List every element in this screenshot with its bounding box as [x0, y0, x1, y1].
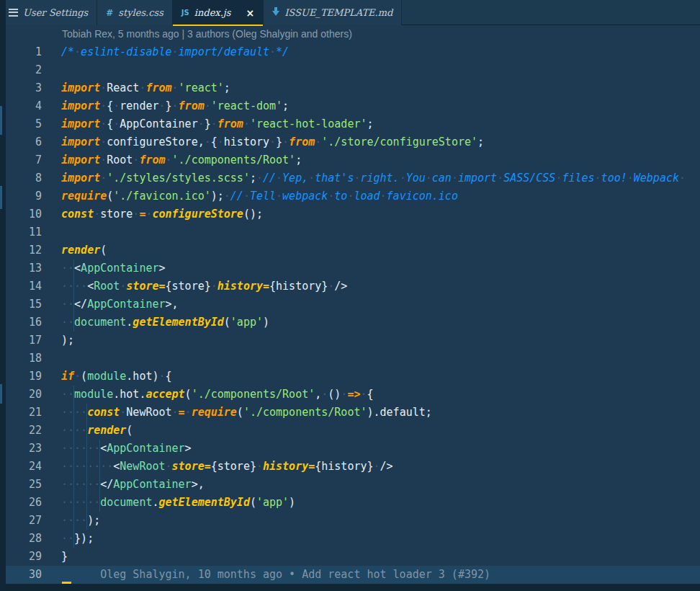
code-line-7[interactable]: 7import·Root·from·'./components/Root'; [6, 151, 700, 169]
line-number: 17 [6, 332, 42, 350]
tab-issue-template-md[interactable]: ISSUE_TEMPLATE.md [264, 0, 402, 25]
code-text: ); [61, 334, 74, 347]
code-text: import·Root·from·'./components/Root'; [61, 154, 302, 166]
line-number: 20 [6, 386, 42, 404]
code-line-4[interactable]: 4import·{·render·}·from·'react-dom'; [6, 97, 700, 115]
code-line-20[interactable]: 20··module.hot.accept('./components/Root… [6, 386, 700, 404]
bottom-strip [0, 584, 700, 591]
left-strip-mark [0, 384, 2, 404]
code-line-18[interactable]: 18 [6, 350, 700, 368]
line-number: 25 [6, 476, 42, 494]
markdown-arrow-icon [272, 11, 279, 19]
tab-bar: User Settings # styles.css JS index.js ×… [0, 0, 700, 25]
code-text: ··<AppContainer> [61, 262, 166, 275]
left-edge-strip [0, 0, 6, 591]
line-number: 23 [6, 440, 42, 458]
code-line-25[interactable]: 25······</AppContainer>, [6, 476, 700, 494]
line-number: 19 [6, 368, 42, 386]
code-line-9[interactable]: 9require('./favicon.ico');·//·Tell·webpa… [6, 187, 700, 205]
list-settings-icon [9, 9, 18, 17]
code-line-1[interactable]: 1/*·eslint-disable·import/default·*/ [6, 43, 700, 61]
code-text: ········<NewRoot·store={store}·history={… [61, 460, 393, 473]
code-text: ··}); [61, 532, 94, 545]
code-line-13[interactable]: 13··<AppContainer> [6, 259, 700, 277]
indent-guide [73, 386, 74, 548]
tab-label: User Settings [23, 7, 88, 18]
code-text: ······</AppContainer>, [61, 478, 205, 491]
code-text: ··</AppContainer>, [61, 298, 179, 311]
code-line-11[interactable]: 11 [6, 223, 700, 241]
line-number: 26 [6, 494, 42, 512]
code-text: import·configureStore,·{·history·}·from·… [61, 135, 484, 148]
line-number: 14 [6, 277, 42, 296]
code-text: Oleg Shalygin, 10 months ago • Add react… [61, 568, 490, 581]
code-text: import·React·from·'react'; [61, 81, 230, 94]
tab-user-settings[interactable]: User Settings [0, 0, 97, 25]
code-line-30[interactable]: 30 Oleg Shalygin, 10 months ago • Add re… [6, 566, 700, 584]
code-line-3[interactable]: 3import·React·from·'react'; [6, 79, 700, 97]
line-number: 12 [6, 241, 42, 259]
code-line-29[interactable]: 29} [6, 548, 700, 566]
code-line-2[interactable]: 2 [6, 61, 700, 79]
code-line-6[interactable]: 6import·configureStore,·{·history·}·from… [6, 133, 700, 151]
tab-label: index.js [194, 7, 231, 18]
line-number: 22 [6, 422, 42, 440]
code-text: if·(module.hot)·{ [61, 370, 172, 383]
code-line-10[interactable]: 10const·store·=·configureStore(); [6, 205, 700, 223]
line-number: 27 [6, 512, 42, 530]
line-number: 30 [6, 566, 42, 584]
code-text: ····render( [61, 424, 133, 437]
line-number: 28 [6, 530, 42, 548]
code-line-27[interactable]: 27····); [6, 512, 700, 530]
line-number: 6 [6, 133, 42, 151]
code-text: import·{·AppContainer·}·from·'react-hot-… [61, 117, 374, 130]
line-number: 11 [6, 223, 42, 241]
blame-annotation: Oleg Shalygin, 10 months ago • Add react… [61, 568, 490, 581]
line-number: 5 [6, 115, 42, 133]
line-number: 8 [6, 169, 42, 187]
code-text: ····); [61, 514, 100, 527]
line-number: 13 [6, 259, 42, 277]
js-icon: JS [181, 9, 189, 17]
code-text: render( [61, 244, 107, 257]
line-number: 21 [6, 404, 42, 422]
code-text: import·'./styles/styles.scss';·//·Yep,·t… [61, 172, 686, 185]
tab-index-js[interactable]: JS index.js × [173, 0, 264, 25]
code-line-19[interactable]: 19if·(module.hot)·{ [6, 368, 700, 386]
code-line-16[interactable]: 16··document.getElementById('app') [6, 314, 700, 332]
code-line-21[interactable]: 21····const·NewRoot·=·require('./compone… [6, 404, 700, 422]
tab-label: styles.css [118, 7, 163, 18]
tab-styles-css[interactable]: # styles.css [97, 0, 173, 25]
code-line-26[interactable]: 26······document.getElementById('app') [6, 494, 700, 512]
code-line-17[interactable]: 17); [6, 332, 700, 350]
line-number: 9 [6, 187, 42, 205]
code-line-8[interactable]: 8import·'./styles/styles.scss';·//·Yep,·… [6, 169, 700, 187]
code-line-12[interactable]: 12render( [6, 241, 700, 259]
code-line-24[interactable]: 24········<NewRoot·store={store}·history… [6, 458, 700, 476]
code-text: ··module.hot.accept('./components/Root',… [61, 388, 374, 401]
code-line-23[interactable]: 23······<AppContainer> [6, 440, 700, 458]
code-text: ····<Root·store={store}·history={history… [61, 280, 347, 293]
code-text: ····const·NewRoot·=·require('./component… [61, 406, 432, 419]
indent-guide [99, 440, 100, 512]
line-number: 18 [6, 350, 42, 368]
close-icon[interactable]: × [246, 7, 255, 19]
codelens-authors-link[interactable]: Tobiah Rex, 5 months ago | 3 authors (Ol… [62, 25, 352, 43]
line-number: 16 [6, 314, 42, 332]
code-text: import·{·render·}·from·'react-dom'; [61, 99, 289, 112]
code-text: ······document.getElementById('app') [61, 496, 295, 509]
code-line-28[interactable]: 28··}); [6, 530, 700, 548]
line-number: 4 [6, 97, 42, 115]
indent-guide [73, 259, 74, 332]
code-line-14[interactable]: 14····<Root·store={store}·history={histo… [6, 277, 700, 296]
line-number: 7 [6, 151, 42, 169]
code-text: require('./favicon.ico');·//·Tell·webpac… [61, 190, 458, 203]
code-line-15[interactable]: 15··</AppContainer>, [6, 296, 700, 314]
left-strip-mark [0, 186, 2, 209]
code-editor-area[interactable]: 1/*·eslint-disable·import/default·*/23im… [6, 43, 700, 584]
code-text: ······<AppContainer> [61, 442, 192, 455]
line-number: 15 [6, 296, 42, 314]
line-number: 3 [6, 79, 42, 97]
code-line-5[interactable]: 5import·{·AppContainer·}·from·'react-hot… [6, 115, 700, 133]
code-line-22[interactable]: 22····render( [6, 422, 700, 440]
